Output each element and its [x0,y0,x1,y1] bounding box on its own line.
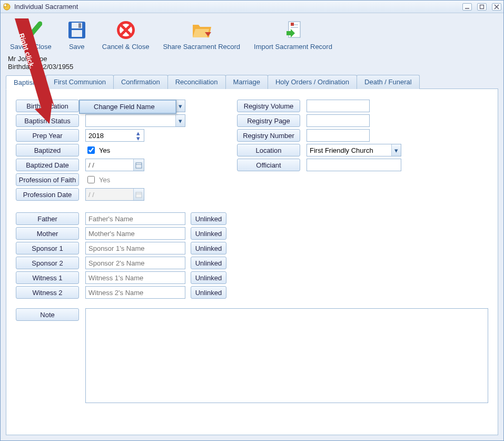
checkmark-icon [19,18,42,42]
mother-input[interactable] [85,227,185,240]
birth-location-label[interactable]: Birth Location [16,100,79,112]
people-grid: Father Unlinked Mother Unlinked Sponsor … [16,212,488,299]
baptism-status-combo[interactable]: ▾ [85,114,185,127]
context-menu: Change Field Name [79,100,176,114]
spin-down-icon[interactable]: ▾ [133,135,143,141]
father-input[interactable] [85,212,185,225]
close-button[interactable] [492,3,501,11]
save-button[interactable]: Save [61,16,93,53]
registry-number-label[interactable]: Registry Number [237,129,300,142]
prep-year-input[interactable] [86,132,133,140]
note-label[interactable]: Note [16,308,79,321]
note-area: Note [16,308,488,403]
baptized-date-label[interactable]: Baptized Date [16,159,79,171]
witness2-label[interactable]: Witness 2 [16,286,79,299]
father-link-button[interactable]: Unlinked [191,212,226,225]
registry-page-label[interactable]: Registry Page [237,114,300,127]
prep-year-spinner[interactable]: ▴ ▾ [85,129,144,142]
tab-death-funeral[interactable]: Death / Funeral [357,75,420,89]
tab-marriage[interactable]: Marriage [225,75,268,89]
svg-rect-9 [78,23,81,28]
prep-year-label[interactable]: Prep Year [16,129,79,142]
svg-rect-23 [136,192,142,198]
sponsor1-link-button[interactable]: Unlinked [191,242,226,254]
svg-rect-17 [291,23,294,26]
tab-first-communion[interactable]: First Communion [46,75,114,89]
share-record-button[interactable]: Share Sacrament Record [159,16,244,53]
change-field-name-item[interactable]: Change Field Name [80,100,176,113]
officiant-label[interactable]: Officiant [237,159,300,171]
note-textarea[interactable] [85,308,488,403]
witness2-input[interactable] [85,286,185,299]
cancel-close-button[interactable]: Cancel & Close [98,16,154,53]
registry-page-input[interactable] [307,114,370,127]
cancel-icon [114,18,137,42]
tab-holy-orders[interactable]: Holy Orders / Ordination [268,75,357,89]
window-title: Individual Sacrament [14,3,462,11]
sponsor1-input[interactable] [85,242,185,254]
sponsor1-label[interactable]: Sponsor 1 [16,242,79,254]
chevron-down-icon[interactable]: ▾ [175,115,185,126]
share-folder-icon [190,18,213,42]
officiant-input[interactable] [307,159,401,171]
tab-strip: Baptism First Communion Confirmation Rec… [1,75,503,89]
floppy-icon [65,18,88,42]
title-bar: Individual Sacrament [1,1,503,13]
baptized-date-value: / / [86,161,133,169]
witness1-label[interactable]: Witness 1 [16,271,79,284]
maximize-button[interactable] [477,3,487,11]
import-document-icon [281,18,304,42]
calendar-icon [133,189,144,200]
person-name: Mr John Doe [8,55,496,63]
person-birthdate: Birthdate: 02/03/1955 [8,63,496,71]
location-combo[interactable]: First Friendly Church ▾ [307,144,401,156]
sponsor2-input[interactable] [85,257,185,269]
baptism-status-label[interactable]: Baptism Status [16,114,79,127]
witness1-link-button[interactable]: Unlinked [191,271,226,284]
save-close-button[interactable]: Save & Close [6,16,56,53]
chevron-down-icon[interactable]: ▾ [175,100,185,112]
left-column: Birth Location ▾ Baptism Status ▾ Prep Y… [16,100,205,203]
baptized-date-picker[interactable]: / / [85,159,144,171]
svg-rect-8 [72,30,82,37]
profession-of-faith-label[interactable]: Profession of Faith [16,173,79,186]
tab-page-baptism: Birth Location ▾ Baptism Status ▾ Prep Y… [6,89,498,435]
tab-confirmation[interactable]: Confirmation [113,75,168,89]
right-column: Registry Volume Registry Page Registry N… [237,100,416,203]
app-icon [3,3,11,11]
registry-number-input[interactable] [307,129,370,142]
father-label[interactable]: Father [16,212,79,225]
mother-label[interactable]: Mother [16,227,79,240]
baptized-text: Yes [96,146,113,154]
app-window: Individual Sacrament Save & Close Save C… [0,0,504,441]
location-value: First Friendly Church [307,146,391,154]
registry-volume-label[interactable]: Registry Volume [237,100,300,112]
svg-rect-3 [480,5,484,8]
profession-date-label[interactable]: Profession Date [16,188,79,201]
profession-of-faith-text: Yes [96,176,113,184]
chevron-down-icon[interactable]: ▾ [391,144,401,156]
minimize-button[interactable] [462,3,472,11]
baptized-checkbox[interactable] [87,146,95,154]
witness1-input[interactable] [85,271,185,284]
calendar-icon[interactable] [133,159,144,171]
baptized-label[interactable]: Baptized [16,144,79,156]
sponsor2-link-button[interactable]: Unlinked [191,257,226,269]
sponsor2-label[interactable]: Sponsor 2 [16,257,79,269]
witness2-link-button[interactable]: Unlinked [191,286,226,299]
profession-of-faith-checkbox[interactable] [87,176,95,183]
location-label[interactable]: Location [237,144,300,156]
person-info: Mr John Doe Birthdate: 02/03/1955 [1,54,503,75]
window-buttons [462,3,501,11]
mother-link-button[interactable]: Unlinked [191,227,226,240]
registry-volume-input[interactable] [307,100,370,112]
profession-date-value: / / [86,191,133,199]
import-record-button[interactable]: Import Sacrament Record [250,16,337,53]
profession-date-picker: / / [85,188,144,201]
toolbar: Save & Close Save Cancel & Close Share S… [1,13,503,54]
tab-baptism[interactable]: Baptism [6,75,46,90]
tab-reconciliation[interactable]: Reconciliation [167,75,226,89]
svg-point-1 [4,4,7,7]
